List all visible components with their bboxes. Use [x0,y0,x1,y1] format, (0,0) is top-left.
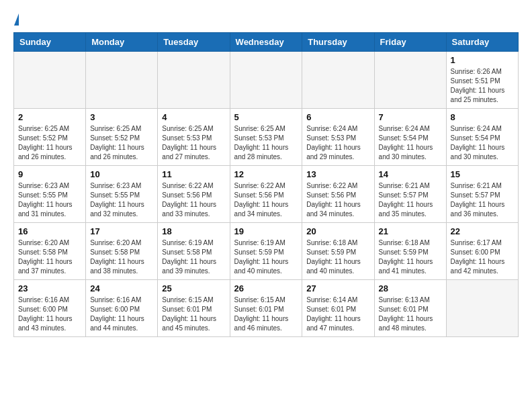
day-number: 21 [379,226,442,236]
weekday-header-tuesday: Tuesday [158,33,230,52]
day-number: 2 [18,112,81,122]
weekday-header-saturday: Saturday [446,33,518,52]
day-info: Sunrise: 6:26 AM Sunset: 5:51 PM Dayligh… [451,67,514,105]
day-cell: 22Sunrise: 6:17 AM Sunset: 6:00 PM Dayli… [446,223,518,280]
day-number: 19 [234,226,298,236]
day-cell: 5Sunrise: 6:25 AM Sunset: 5:53 PM Daylig… [230,109,302,166]
week-row-4: 16Sunrise: 6:20 AM Sunset: 5:58 PM Dayli… [14,223,519,280]
week-row-5: 23Sunrise: 6:16 AM Sunset: 6:00 PM Dayli… [14,280,519,337]
day-cell: 27Sunrise: 6:14 AM Sunset: 6:01 PM Dayli… [302,280,374,337]
day-number: 3 [90,112,153,122]
day-number: 10 [90,169,153,179]
day-cell: 2Sunrise: 6:25 AM Sunset: 5:52 PM Daylig… [14,109,86,166]
day-info: Sunrise: 6:19 AM Sunset: 5:58 PM Dayligh… [162,238,225,276]
day-info: Sunrise: 6:25 AM Sunset: 5:53 PM Dayligh… [234,124,298,162]
day-cell [446,280,518,337]
day-number: 28 [379,283,442,293]
day-cell: 11Sunrise: 6:22 AM Sunset: 5:56 PM Dayli… [158,166,230,223]
day-number: 6 [306,112,369,122]
week-row-3: 9Sunrise: 6:23 AM Sunset: 5:55 PM Daylig… [14,166,519,223]
day-cell: 26Sunrise: 6:15 AM Sunset: 6:01 PM Dayli… [230,280,302,337]
day-cell: 23Sunrise: 6:16 AM Sunset: 6:00 PM Dayli… [14,280,86,337]
day-info: Sunrise: 6:25 AM Sunset: 5:53 PM Dayligh… [162,124,225,162]
day-cell: 9Sunrise: 6:23 AM Sunset: 5:55 PM Daylig… [14,166,86,223]
day-cell: 20Sunrise: 6:18 AM Sunset: 5:59 PM Dayli… [302,223,374,280]
day-cell: 4Sunrise: 6:25 AM Sunset: 5:53 PM Daylig… [158,109,230,166]
day-cell [158,52,230,109]
logo [13,13,19,26]
day-number: 17 [90,226,153,236]
day-info: Sunrise: 6:24 AM Sunset: 5:54 PM Dayligh… [379,124,442,162]
day-cell: 17Sunrise: 6:20 AM Sunset: 5:58 PM Dayli… [86,223,158,280]
day-cell: 6Sunrise: 6:24 AM Sunset: 5:53 PM Daylig… [302,109,374,166]
day-number: 7 [379,112,442,122]
day-cell: 25Sunrise: 6:15 AM Sunset: 6:01 PM Dayli… [158,280,230,337]
day-number: 12 [234,169,298,179]
day-info: Sunrise: 6:24 AM Sunset: 5:53 PM Dayligh… [306,124,369,162]
day-number: 4 [162,112,225,122]
day-number: 18 [162,226,225,236]
day-info: Sunrise: 6:22 AM Sunset: 5:56 PM Dayligh… [234,181,298,219]
day-cell [374,52,446,109]
day-number: 1 [451,55,514,65]
weekday-header-row: SundayMondayTuesdayWednesdayThursdayFrid… [14,33,519,52]
day-info: Sunrise: 6:16 AM Sunset: 6:00 PM Dayligh… [18,295,81,333]
day-number: 15 [451,169,514,179]
day-info: Sunrise: 6:17 AM Sunset: 6:00 PM Dayligh… [451,238,514,276]
day-info: Sunrise: 6:22 AM Sunset: 5:56 PM Dayligh… [162,181,225,219]
day-cell: 10Sunrise: 6:23 AM Sunset: 5:55 PM Dayli… [86,166,158,223]
day-number: 16 [18,226,81,236]
week-row-1: 1Sunrise: 6:26 AM Sunset: 5:51 PM Daylig… [14,52,519,109]
day-number: 8 [451,112,514,122]
day-number: 11 [162,169,225,179]
day-number: 23 [18,283,81,293]
day-cell: 8Sunrise: 6:24 AM Sunset: 5:54 PM Daylig… [446,109,518,166]
day-info: Sunrise: 6:13 AM Sunset: 6:01 PM Dayligh… [379,295,442,333]
day-cell: 7Sunrise: 6:24 AM Sunset: 5:54 PM Daylig… [374,109,446,166]
day-info: Sunrise: 6:21 AM Sunset: 5:57 PM Dayligh… [451,181,514,219]
day-info: Sunrise: 6:18 AM Sunset: 5:59 PM Dayligh… [379,238,442,276]
day-number: 13 [306,169,369,179]
weekday-header-wednesday: Wednesday [230,33,302,52]
day-info: Sunrise: 6:24 AM Sunset: 5:54 PM Dayligh… [451,124,514,162]
day-info: Sunrise: 6:25 AM Sunset: 5:52 PM Dayligh… [18,124,81,162]
day-info: Sunrise: 6:15 AM Sunset: 6:01 PM Dayligh… [162,295,225,333]
day-info: Sunrise: 6:20 AM Sunset: 5:58 PM Dayligh… [90,238,153,276]
day-number: 9 [18,169,81,179]
day-number: 26 [234,283,298,293]
day-cell [302,52,374,109]
calendar: SundayMondayTuesdayWednesdayThursdayFrid… [13,32,519,337]
day-number: 14 [379,169,442,179]
day-cell: 3Sunrise: 6:25 AM Sunset: 5:52 PM Daylig… [86,109,158,166]
week-row-2: 2Sunrise: 6:25 AM Sunset: 5:52 PM Daylig… [14,109,519,166]
day-cell: 14Sunrise: 6:21 AM Sunset: 5:57 PM Dayli… [374,166,446,223]
day-cell: 19Sunrise: 6:19 AM Sunset: 5:59 PM Dayli… [230,223,302,280]
day-cell [230,52,302,109]
day-number: 22 [451,226,514,236]
day-cell: 1Sunrise: 6:26 AM Sunset: 5:51 PM Daylig… [446,52,518,109]
day-number: 5 [234,112,298,122]
day-cell: 18Sunrise: 6:19 AM Sunset: 5:58 PM Dayli… [158,223,230,280]
day-info: Sunrise: 6:20 AM Sunset: 5:58 PM Dayligh… [18,238,81,276]
day-info: Sunrise: 6:23 AM Sunset: 5:55 PM Dayligh… [18,181,81,219]
day-info: Sunrise: 6:16 AM Sunset: 6:00 PM Dayligh… [90,295,153,333]
header [13,13,519,26]
day-info: Sunrise: 6:18 AM Sunset: 5:59 PM Dayligh… [306,238,369,276]
day-info: Sunrise: 6:15 AM Sunset: 6:01 PM Dayligh… [234,295,298,333]
day-number: 27 [306,283,369,293]
logo-triangle-icon [14,13,19,26]
day-cell: 21Sunrise: 6:18 AM Sunset: 5:59 PM Dayli… [374,223,446,280]
day-cell: 28Sunrise: 6:13 AM Sunset: 6:01 PM Dayli… [374,280,446,337]
day-info: Sunrise: 6:14 AM Sunset: 6:01 PM Dayligh… [306,295,369,333]
day-info: Sunrise: 6:19 AM Sunset: 5:59 PM Dayligh… [234,238,298,276]
day-cell: 24Sunrise: 6:16 AM Sunset: 6:00 PM Dayli… [86,280,158,337]
day-info: Sunrise: 6:22 AM Sunset: 5:56 PM Dayligh… [306,181,369,219]
day-cell: 15Sunrise: 6:21 AM Sunset: 5:57 PM Dayli… [446,166,518,223]
day-info: Sunrise: 6:21 AM Sunset: 5:57 PM Dayligh… [379,181,442,219]
day-cell [14,52,86,109]
weekday-header-thursday: Thursday [302,33,374,52]
weekday-header-friday: Friday [374,33,446,52]
day-cell [86,52,158,109]
day-cell: 13Sunrise: 6:22 AM Sunset: 5:56 PM Dayli… [302,166,374,223]
day-number: 24 [90,283,153,293]
